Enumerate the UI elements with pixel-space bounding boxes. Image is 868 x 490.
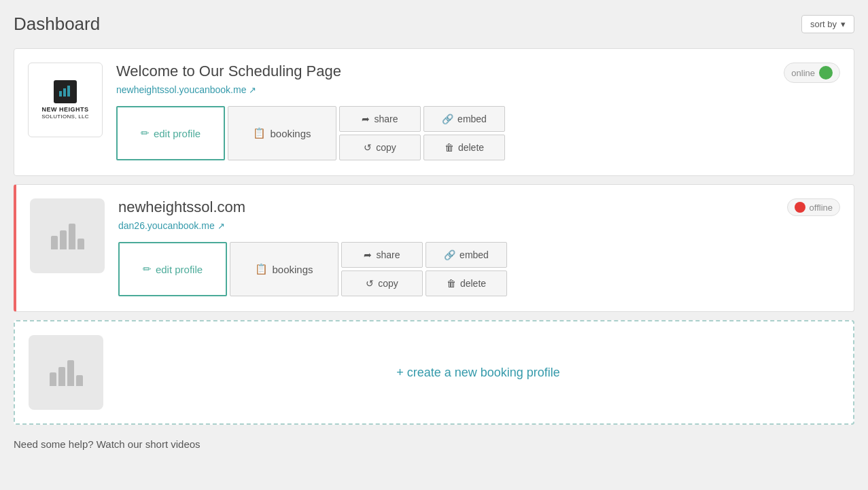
share-button-2[interactable]: ➦ share <box>341 242 423 268</box>
profile-logo-2 <box>30 198 105 273</box>
actions-area-2: ✏ edit profile 📋 bookings ➦ share 🔗 <box>118 242 840 298</box>
copy-button-2[interactable]: ↺ copy <box>341 270 423 296</box>
new-profile-card[interactable]: + create a new booking profile <box>14 320 854 425</box>
bar-chart-icon <box>51 222 84 249</box>
secondary-actions-2: ➦ share 🔗 embed ↺ copy <box>341 242 508 298</box>
sort-label: sort by <box>810 19 837 29</box>
delete-button-2[interactable]: 🗑 delete <box>426 270 507 296</box>
profile-name-2: newheightssol.com <box>118 198 787 216</box>
status-badge-1: online <box>784 63 840 83</box>
bookings-button-2[interactable]: 📋 bookings <box>230 242 338 296</box>
share-icon-2: ➦ <box>364 249 372 260</box>
status-dot-online <box>819 66 833 80</box>
bookings-button-1[interactable]: 📋 bookings <box>228 106 336 160</box>
share-icon: ➦ <box>362 113 370 124</box>
embed-button-1[interactable]: 🔗 embed <box>423 106 505 132</box>
status-badge-2: offline <box>787 198 840 216</box>
create-new-label[interactable]: + create a new booking profile <box>117 366 839 380</box>
external-link-icon-2: ↗ <box>218 221 225 231</box>
svg-rect-1 <box>63 88 66 97</box>
sort-button[interactable]: sort by ▾ <box>801 15 854 33</box>
page-header: Dashboard sort by ▾ <box>14 14 854 35</box>
embed-icon-2: 🔗 <box>444 249 455 260</box>
profile-header-1: Welcome to Our Scheduling Page newheight… <box>116 63 840 106</box>
copy-icon: ↺ <box>364 142 372 153</box>
embed-icon: 🔗 <box>442 113 453 124</box>
edit-icon-2: ✏ <box>143 263 152 275</box>
new-profile-logo <box>29 335 103 410</box>
profile-name-1: Welcome to Our Scheduling Page <box>116 63 784 80</box>
delete-button-1[interactable]: 🗑 delete <box>423 135 505 160</box>
copy-button-1[interactable]: ↺ copy <box>339 135 421 160</box>
new-bar-chart-icon <box>50 359 83 386</box>
brand-icon <box>54 80 77 103</box>
edit-profile-button-2[interactable]: ✏ edit profile <box>118 242 227 296</box>
actions-area-1: ✏ edit profile 📋 bookings ➦ share 🔗 <box>116 106 840 162</box>
profile-info-1: Welcome to Our Scheduling Page newheight… <box>116 63 840 162</box>
bookings-icon: 📋 <box>253 127 266 139</box>
page-title: Dashboard <box>14 14 100 35</box>
help-text: Need some help? Watch our short videos <box>14 438 854 450</box>
chevron-down-icon: ▾ <box>841 19 846 29</box>
embed-button-2[interactable]: 🔗 embed <box>426 242 507 268</box>
bookings-icon-2: 📋 <box>255 263 268 275</box>
profile-card-2: newheightssol.com dan26.youcanbook.me ↗ … <box>14 184 854 312</box>
profile-url-1[interactable]: newheightssol.youcanbook.me ↗ <box>116 84 784 95</box>
delete-icon-2: 🗑 <box>447 278 456 289</box>
copy-icon-2: ↺ <box>366 278 374 289</box>
delete-icon: 🗑 <box>445 142 454 153</box>
status-text-2: offline <box>810 203 833 213</box>
profile-url-2[interactable]: dan26.youcanbook.me ↗ <box>118 220 787 231</box>
profile-header-2: newheightssol.com dan26.youcanbook.me ↗ … <box>118 198 840 242</box>
status-dot-offline <box>795 202 805 213</box>
svg-rect-0 <box>59 91 62 97</box>
edit-icon: ✏ <box>141 127 150 139</box>
status-text-1: online <box>791 68 815 78</box>
edit-profile-button-1[interactable]: ✏ edit profile <box>116 106 225 160</box>
external-link-icon: ↗ <box>249 85 256 95</box>
profile-info-2: newheightssol.com dan26.youcanbook.me ↗ … <box>118 198 840 298</box>
svg-rect-2 <box>67 86 70 97</box>
secondary-actions-1: ➦ share 🔗 embed ↺ copy <box>339 106 506 162</box>
share-button-1[interactable]: ➦ share <box>339 106 421 132</box>
profile-card-1: NEW HEIGHTS SOLUTIONS, LLC Welcome to Ou… <box>14 48 854 176</box>
profile-logo-1: NEW HEIGHTS SOLUTIONS, LLC <box>28 63 103 137</box>
